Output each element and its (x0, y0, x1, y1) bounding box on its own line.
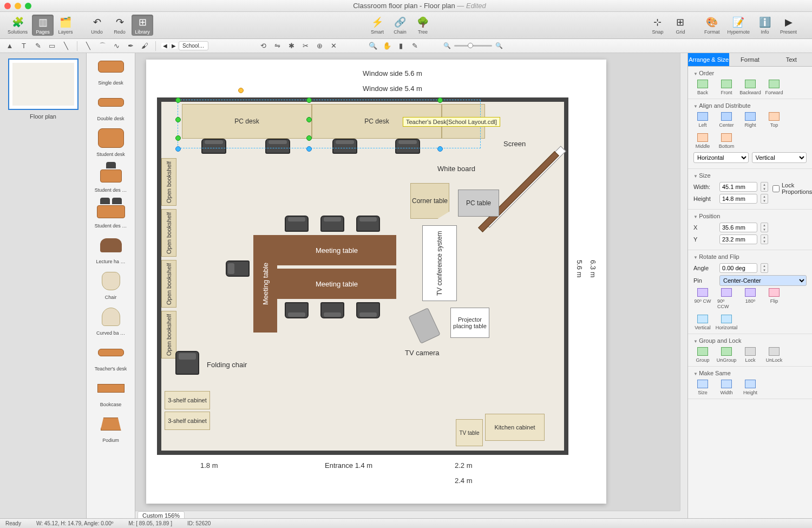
selection-handle[interactable] (306, 117, 312, 122)
cut-tool-icon[interactable]: ✂ (300, 41, 311, 51)
angle-input[interactable] (719, 263, 757, 273)
selection-handle[interactable] (306, 135, 312, 141)
arc-tool-icon[interactable]: ⌒ (97, 41, 108, 51)
rect-tool-icon[interactable]: ▭ (47, 41, 57, 51)
same-size-button[interactable]: Size (693, 380, 712, 395)
selection-handle[interactable] (437, 146, 443, 152)
meeting-table-bottom[interactable]: Meeting table (277, 269, 396, 299)
rotate-180-button[interactable]: 180º (741, 288, 759, 309)
pos-x-input[interactable] (719, 223, 757, 232)
tab-text[interactable]: Text (771, 53, 812, 67)
lib-double-desk[interactable]: Double desk (88, 91, 134, 121)
present-button[interactable]: ▶Present (777, 15, 800, 36)
width-input[interactable] (719, 182, 757, 192)
tv-table-shape[interactable]: TV table (456, 419, 483, 446)
height-input[interactable] (719, 194, 757, 204)
pc-table-shape[interactable]: PC table (458, 190, 499, 217)
pin-select[interactable]: Center-Center (719, 275, 807, 286)
rotate-90ccw-button[interactable]: 90º CCW (717, 288, 736, 309)
rotate-90cw-button[interactable]: 90º CW (693, 288, 712, 309)
folding-chair-shape[interactable] (175, 351, 199, 375)
tv-conference-shape[interactable]: TV conference system (422, 225, 457, 301)
minimize-icon[interactable] (15, 3, 21, 9)
tree-button[interactable]: 🌳Tree (412, 15, 434, 36)
lib-podium[interactable]: Podium (88, 413, 134, 443)
pos-y-input[interactable] (719, 234, 757, 244)
close-icon[interactable] (4, 3, 11, 9)
align-bottom-button[interactable]: Bottom (717, 133, 736, 149)
pos-x-stepper[interactable]: ▲▼ (761, 223, 768, 232)
office-chair[interactable] (201, 139, 226, 154)
pointer-tool-icon[interactable]: ▲ (4, 41, 15, 51)
width-stepper[interactable]: ▲▼ (761, 182, 768, 192)
stamp-tool-icon[interactable]: ▮ (396, 41, 407, 51)
lib-lecture-hall[interactable]: Lecture ha … (88, 234, 134, 264)
selection-handle[interactable] (175, 97, 181, 103)
flip-button[interactable]: Flip (765, 288, 783, 309)
flip-v-button[interactable]: Vertical (693, 315, 712, 330)
brush-tool-icon[interactable]: 🖌 (139, 41, 150, 51)
order-back-button[interactable]: Back (693, 80, 712, 95)
order-forward-button[interactable]: Forward (765, 80, 783, 95)
cabinet-shape[interactable]: 3-shelf cabinet (165, 391, 210, 409)
align-center-button[interactable]: Center (717, 112, 736, 128)
zoom-in-icon[interactable]: 🔍 (495, 42, 503, 49)
hand-tool-icon[interactable]: ✋ (382, 41, 392, 51)
pc-desk-1-shape[interactable]: PC desk (182, 104, 312, 139)
zoom-control[interactable]: 🔍 🔍 (443, 42, 503, 49)
lib-student-desk[interactable]: Student desk (88, 127, 134, 157)
lib-student-des-2[interactable]: Student des … (88, 198, 134, 229)
canvas-page[interactable]: Window side 5.6 m Window side 5.4 m 5.6 … (146, 60, 606, 504)
selection-handle[interactable] (306, 97, 312, 103)
office-chair[interactable] (320, 302, 344, 318)
text-tool-icon[interactable]: T (18, 41, 29, 51)
snap-tool-icon[interactable]: ✱ (286, 41, 297, 51)
lib-curved-back[interactable]: Curved ba … (88, 305, 134, 336)
grid-button[interactable]: ⊞Grid (670, 15, 691, 36)
selection-handle[interactable] (175, 117, 181, 122)
lib-single-desk[interactable]: Single desk (88, 55, 134, 86)
eyedropper-icon[interactable]: ✎ (410, 41, 421, 51)
rotation-handle[interactable] (238, 88, 244, 93)
lock-proportions-checkbox[interactable] (772, 185, 780, 192)
office-chair[interactable] (395, 139, 420, 154)
align-top-button[interactable]: Top (765, 112, 783, 128)
align-middle-button[interactable]: Middle (693, 133, 712, 149)
rotate-tool-icon[interactable]: ⟲ (258, 41, 269, 51)
library-breadcrumb[interactable]: ◀ ▶ School… (161, 41, 208, 50)
office-chair[interactable] (265, 139, 290, 154)
bookshelf-shape[interactable]: Open bookshelf (161, 158, 176, 206)
tab-format[interactable]: Format (729, 53, 770, 67)
align-left-button[interactable]: Left (693, 112, 712, 128)
break-tool-icon[interactable]: ✕ (329, 41, 339, 51)
bookshelf-shape[interactable]: Open bookshelf (161, 260, 176, 308)
solutions-button[interactable]: 🧩Solutions (4, 15, 31, 36)
selection-handle[interactable] (175, 135, 181, 141)
smart-button[interactable]: ⚡Smart (366, 15, 388, 36)
order-front-button[interactable]: Front (717, 80, 736, 95)
order-backward-button[interactable]: Backward (741, 80, 759, 95)
unlock-button[interactable]: UnLock (765, 347, 783, 363)
distribute-v-select[interactable]: Vertical (752, 152, 807, 163)
hypernote-button[interactable]: 📝Hypernote (724, 15, 753, 36)
page-thumbnail[interactable] (8, 58, 78, 110)
meeting-table-vert[interactable]: Meeting table (253, 235, 277, 333)
kitchen-cabinet-shape[interactable]: Kitchen cabinet (485, 414, 545, 441)
tab-arrange[interactable]: Arrange & Size (688, 53, 729, 67)
zoom-out-icon[interactable]: 🔍 (443, 42, 451, 49)
corner-table-shape[interactable]: Corner table (410, 183, 449, 219)
projector-table-shape[interactable]: Projector placing table (450, 308, 489, 338)
chain-button[interactable]: 🔗Chain (389, 15, 411, 36)
pos-y-stepper[interactable]: ▲▼ (761, 234, 768, 244)
office-chair[interactable] (285, 302, 309, 318)
ungroup-button[interactable]: UnGroup (717, 347, 736, 363)
bookshelf-shape[interactable]: Open bookshelf (161, 311, 176, 358)
office-chair[interactable] (320, 216, 344, 232)
selection-handle[interactable] (175, 146, 181, 152)
tv-camera-shape[interactable] (414, 311, 435, 341)
snap-button[interactable]: ⊹Snap (647, 15, 669, 36)
distribute-h-select[interactable]: Horizontal (693, 152, 749, 163)
office-chair[interactable] (356, 302, 380, 318)
same-width-button[interactable]: Width (717, 380, 736, 395)
mirror-tool-icon[interactable]: ⇋ (272, 41, 283, 51)
